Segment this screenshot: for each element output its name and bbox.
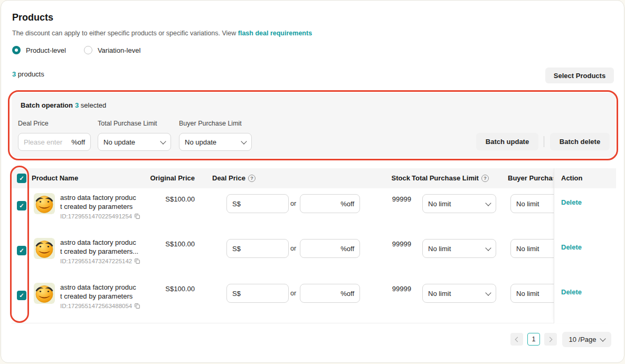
original-price: S$100.00: [147, 195, 195, 203]
page-size-select[interactable]: 10 /Page: [562, 332, 611, 347]
deal-price-amount-input[interactable]: [243, 245, 283, 253]
table-row: astro data factory produc t created by p…: [12, 278, 615, 323]
products-count-label: products: [18, 70, 44, 78]
prev-page-button[interactable]: [510, 333, 523, 346]
product-image-emoji: [34, 193, 55, 214]
header-product-name: Product Name: [32, 174, 78, 182]
or-label: or: [290, 290, 296, 297]
subtitle-text: The discount can apply to either specifi…: [12, 30, 236, 37]
product-id: ID:1729551472563488054: [60, 303, 132, 309]
variation-level-radio[interactable]: [84, 46, 92, 54]
chevron-down-icon: [485, 200, 491, 206]
original-price: S$100.00: [147, 285, 195, 293]
deal-price-percent-field: %off: [300, 194, 360, 213]
products-panel: Products The discount can apply to eithe…: [1, 0, 624, 363]
batch-buyer-limit-select[interactable]: No update: [179, 133, 252, 151]
chevron-left-icon: [515, 337, 520, 342]
help-icon[interactable]: [248, 175, 255, 182]
page-subtitle: The discount can apply to either specifi…: [12, 30, 312, 37]
batch-deal-price-suffix: %off: [71, 138, 85, 146]
table-header: Product Name Original Price Deal Price S…: [12, 168, 615, 188]
deal-price-amount-input[interactable]: [243, 290, 283, 298]
row-checkbox[interactable]: [17, 201, 26, 210]
table-row: astro data factory produc t created by p…: [12, 188, 615, 234]
batch-total-limit-select[interactable]: No update: [98, 133, 171, 151]
chevron-down-icon: [600, 336, 605, 341]
products-count: 3 products: [12, 70, 44, 78]
chevron-down-icon: [241, 138, 247, 144]
copy-icon[interactable]: [134, 303, 140, 309]
original-price: S$100.00: [147, 240, 195, 248]
deal-price-percent-field: %off: [300, 284, 360, 303]
deal-price-label: Deal Price: [18, 120, 49, 127]
delete-row-button[interactable]: Delete: [561, 198, 582, 206]
chevron-down-icon: [485, 290, 491, 295]
header-action: Action: [554, 168, 616, 188]
header-buyer-purchase: Buyer Purchase: [508, 174, 553, 182]
chevron-right-icon: [547, 337, 553, 342]
header-deal-price: Deal Price: [212, 174, 255, 182]
action-column: Action Delete Delete Delete: [554, 168, 616, 323]
batch-selected-count: 3 selected: [75, 101, 106, 109]
product-image-emoji: [34, 283, 55, 304]
deal-price-percent-input[interactable]: [306, 290, 338, 298]
page-number-button[interactable]: 1: [527, 333, 540, 346]
deal-price-amount-field: S$: [226, 284, 289, 303]
delete-row-button[interactable]: Delete: [561, 243, 582, 251]
next-page-button[interactable]: [544, 333, 557, 346]
copy-icon[interactable]: [134, 258, 140, 264]
help-icon[interactable]: [481, 175, 489, 182]
copy-icon[interactable]: [134, 213, 140, 219]
product-id: ID:1729551470225491254: [60, 213, 132, 219]
stock-value: 99999: [374, 285, 411, 293]
header-total-purchase-limit: Total Purchase Limit: [412, 174, 489, 182]
deal-price-percent-input[interactable]: [306, 245, 338, 253]
deal-price-amount-input[interactable]: [243, 200, 283, 208]
stock-value: 99999: [374, 195, 411, 203]
row-checkbox[interactable]: [17, 291, 26, 300]
header-original-price: Original Price: [142, 174, 195, 182]
row-checkbox[interactable]: [17, 246, 26, 255]
deal-price-percent-field: %off: [300, 239, 360, 258]
product-id: ID:1729551473247225142: [60, 258, 132, 264]
total-limit-select[interactable]: No limit: [422, 284, 496, 303]
deal-price-amount-field: S$: [226, 239, 289, 258]
select-all-checkbox[interactable]: [17, 174, 26, 183]
header-stock: Stock: [378, 174, 410, 182]
batch-deal-price-input[interactable]: [24, 138, 69, 146]
delete-row-button[interactable]: Delete: [561, 288, 582, 296]
select-products-button[interactable]: Select Products: [545, 68, 614, 83]
or-label: or: [290, 200, 296, 207]
batch-deal-price-field: %off: [18, 133, 91, 151]
batch-delete-button[interactable]: Batch delete: [550, 133, 610, 150]
deal-price-percent-input[interactable]: [306, 200, 338, 208]
batch-operation-panel: Batch operation 3 selected Deal Price To…: [12, 93, 615, 158]
chevron-down-icon: [485, 245, 491, 251]
buyer-purchase-limit-label: Buyer Purchase Limit: [179, 120, 242, 127]
product-level-label[interactable]: Product-level: [26, 46, 66, 54]
page-title: Products: [12, 12, 53, 23]
table-row: astro data factory produc t created by p…: [12, 233, 615, 279]
divider: [544, 136, 544, 147]
flash-deal-requirements-link[interactable]: flash deal requirements: [238, 30, 312, 37]
product-level-radio[interactable]: [12, 46, 21, 54]
product-image-emoji: [34, 238, 55, 259]
batch-update-button[interactable]: Batch update: [476, 133, 538, 150]
total-purchase-limit-label: Total Purchase Limit: [98, 120, 157, 127]
products-count-number: 3: [12, 70, 16, 78]
level-toggle: Product-level Variation-level: [12, 46, 153, 54]
total-limit-select[interactable]: No limit: [422, 194, 496, 213]
deal-price-amount-field: S$: [226, 194, 289, 213]
chevron-down-icon: [160, 138, 166, 144]
variation-level-label[interactable]: Variation-level: [98, 46, 140, 54]
total-limit-select[interactable]: No limit: [422, 239, 496, 258]
batch-operation-title: Batch operation: [21, 101, 73, 109]
or-label: or: [290, 245, 296, 252]
stock-value: 99999: [374, 240, 411, 248]
